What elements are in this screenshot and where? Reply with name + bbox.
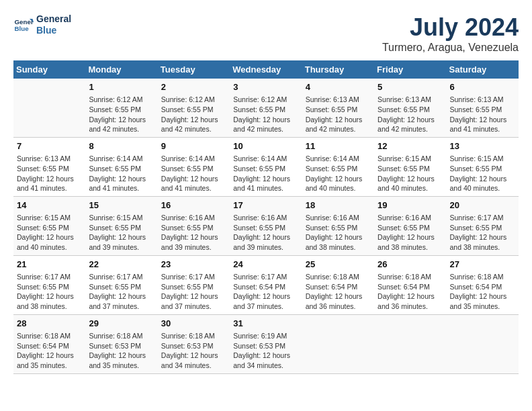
day-number: 14 xyxy=(17,199,82,212)
day-info-line: Sunset: 6:54 PM xyxy=(306,282,371,292)
header-saturday: Saturday xyxy=(447,60,519,79)
day-info-line: and 41 minutes. xyxy=(89,183,154,193)
day-info-line: Sunset: 6:53 PM xyxy=(89,341,154,351)
day-info-line: Sunset: 6:54 PM xyxy=(233,282,298,292)
day-info-line: and 35 minutes. xyxy=(89,361,154,371)
day-info-line: Sunrise: 6:18 AM xyxy=(378,272,443,282)
calendar-cell: 29Sunrise: 6:18 AMSunset: 6:53 PMDayligh… xyxy=(85,314,157,373)
day-number: 22 xyxy=(89,259,154,271)
calendar-cell: 8Sunrise: 6:14 AMSunset: 6:55 PMDaylight… xyxy=(85,137,157,196)
calendar-cell: 1Sunrise: 6:12 AMSunset: 6:55 PMDaylight… xyxy=(85,79,157,137)
title-block: July 2024 Turmero, Aragua, Venezuela xyxy=(382,13,519,54)
day-info-line: Sunrise: 6:14 AM xyxy=(161,154,226,164)
calendar-cell: 15Sunrise: 6:15 AMSunset: 6:55 PMDayligh… xyxy=(85,196,157,255)
day-info-line: Sunrise: 6:12 AM xyxy=(161,95,226,105)
calendar-cell: 3Sunrise: 6:12 AMSunset: 6:55 PMDaylight… xyxy=(230,79,302,137)
day-number: 18 xyxy=(306,199,371,212)
day-number: 24 xyxy=(233,259,298,271)
day-number: 1 xyxy=(89,81,154,93)
day-info-line: Sunrise: 6:17 AM xyxy=(17,272,82,282)
calendar-cell: 6Sunrise: 6:13 AMSunset: 6:55 PMDaylight… xyxy=(447,79,519,137)
day-number: 12 xyxy=(378,140,443,152)
week-row-2: 7Sunrise: 6:13 AMSunset: 6:55 PMDaylight… xyxy=(13,137,519,196)
calendar-cell: 28Sunrise: 6:18 AMSunset: 6:54 PMDayligh… xyxy=(13,314,85,373)
day-info-line: Sunrise: 6:14 AM xyxy=(89,154,154,164)
day-info-line: Sunset: 6:54 PM xyxy=(17,341,82,351)
day-number: 8 xyxy=(89,140,154,152)
calendar-cell: 24Sunrise: 6:17 AMSunset: 6:54 PMDayligh… xyxy=(230,255,302,314)
day-info-line: Daylight: 12 hours xyxy=(161,351,226,361)
week-row-4: 21Sunrise: 6:17 AMSunset: 6:55 PMDayligh… xyxy=(13,255,519,314)
day-info-line: and 37 minutes. xyxy=(89,302,154,312)
day-info-line: Daylight: 12 hours xyxy=(450,115,515,125)
day-info-line: Sunrise: 6:15 AM xyxy=(378,154,443,164)
day-info-line: Sunset: 6:55 PM xyxy=(306,105,371,115)
day-info-line: Sunset: 6:55 PM xyxy=(306,223,371,233)
day-info-line: Sunrise: 6:12 AM xyxy=(89,95,154,105)
day-info-line: and 40 minutes. xyxy=(378,183,443,193)
day-info-line: Daylight: 12 hours xyxy=(378,174,443,184)
calendar-cell: 18Sunrise: 6:16 AMSunset: 6:55 PMDayligh… xyxy=(302,196,374,255)
calendar-cell: 27Sunrise: 6:18 AMSunset: 6:54 PMDayligh… xyxy=(447,255,519,314)
calendar-cell: 13Sunrise: 6:15 AMSunset: 6:55 PMDayligh… xyxy=(447,137,519,196)
day-info-line: Sunrise: 6:16 AM xyxy=(233,213,298,223)
day-info-line: Sunrise: 6:14 AM xyxy=(306,154,371,164)
day-info-line: and 40 minutes. xyxy=(17,242,82,253)
calendar-cell: 20Sunrise: 6:17 AMSunset: 6:55 PMDayligh… xyxy=(447,196,519,255)
calendar-cell: 30Sunrise: 6:18 AMSunset: 6:53 PMDayligh… xyxy=(158,314,230,373)
day-number: 2 xyxy=(161,81,226,93)
day-info-line: and 42 minutes. xyxy=(378,124,443,134)
day-info-line: and 38 minutes. xyxy=(306,242,371,253)
calendar-cell: 2Sunrise: 6:12 AMSunset: 6:55 PMDaylight… xyxy=(158,79,230,137)
day-info-line: Sunset: 6:55 PM xyxy=(233,223,298,233)
calendar-cell: 10Sunrise: 6:14 AMSunset: 6:55 PMDayligh… xyxy=(230,137,302,196)
logo-general: General xyxy=(36,13,71,24)
day-number: 13 xyxy=(450,140,515,152)
day-info-line: and 35 minutes. xyxy=(450,302,515,312)
day-info-line: and 41 minutes. xyxy=(161,183,226,193)
day-number: 28 xyxy=(17,318,82,330)
day-info-line: and 42 minutes. xyxy=(233,124,298,134)
day-number: 23 xyxy=(161,259,226,271)
day-number: 21 xyxy=(17,259,82,271)
day-info-line: Sunrise: 6:16 AM xyxy=(161,213,226,223)
header-tuesday: Tuesday xyxy=(158,60,230,79)
day-number: 31 xyxy=(233,318,298,330)
day-info-line: Sunset: 6:55 PM xyxy=(450,105,515,115)
week-row-1: 1Sunrise: 6:12 AMSunset: 6:55 PMDaylight… xyxy=(13,79,519,137)
header-sunday: Sunday xyxy=(13,60,85,79)
day-info-line: Sunrise: 6:15 AM xyxy=(17,213,82,223)
day-number: 6 xyxy=(450,81,515,93)
day-info-line: Daylight: 12 hours xyxy=(233,351,298,361)
calendar-cell: 5Sunrise: 6:13 AMSunset: 6:55 PMDaylight… xyxy=(374,79,446,137)
day-info-line: Daylight: 12 hours xyxy=(306,174,371,184)
day-info-line: Daylight: 12 hours xyxy=(450,174,515,184)
day-info-line: Sunrise: 6:17 AM xyxy=(233,272,298,282)
day-info-line: Daylight: 12 hours xyxy=(306,232,371,242)
day-info-line: and 40 minutes. xyxy=(306,183,371,193)
day-info-line: Sunset: 6:55 PM xyxy=(17,223,82,233)
day-number: 4 xyxy=(306,81,371,93)
day-info-line: Sunset: 6:55 PM xyxy=(89,105,154,115)
day-number: 17 xyxy=(233,199,298,212)
day-info-line: Sunset: 6:55 PM xyxy=(378,105,443,115)
day-info-line: Daylight: 12 hours xyxy=(89,115,154,125)
day-info-line: Sunset: 6:55 PM xyxy=(161,164,226,174)
header-friday: Friday xyxy=(374,60,446,79)
calendar-cell: 23Sunrise: 6:17 AMSunset: 6:55 PMDayligh… xyxy=(158,255,230,314)
day-info-line: and 34 minutes. xyxy=(233,361,298,371)
day-info-line: and 42 minutes. xyxy=(306,124,371,134)
day-info-line: and 41 minutes. xyxy=(233,183,298,193)
day-info-line: Sunset: 6:54 PM xyxy=(450,282,515,292)
day-info-line: Sunset: 6:55 PM xyxy=(89,282,154,292)
calendar-cell: 22Sunrise: 6:17 AMSunset: 6:55 PMDayligh… xyxy=(85,255,157,314)
day-info-line: and 38 minutes. xyxy=(450,242,515,253)
calendar-cell: 4Sunrise: 6:13 AMSunset: 6:55 PMDaylight… xyxy=(302,79,374,137)
day-info-line: Sunset: 6:55 PM xyxy=(306,164,371,174)
day-number: 5 xyxy=(378,81,443,93)
day-info-line: and 39 minutes. xyxy=(233,242,298,253)
calendar-cell xyxy=(447,314,519,373)
day-info-line: Daylight: 12 hours xyxy=(378,232,443,242)
day-info-line: and 38 minutes. xyxy=(378,242,443,253)
day-info-line: Sunrise: 6:19 AM xyxy=(233,331,298,341)
